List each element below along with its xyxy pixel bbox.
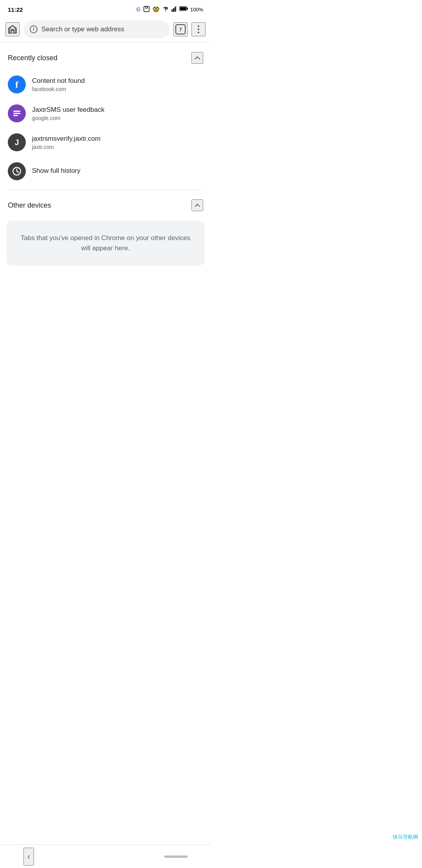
favicon-facebook: f: [8, 75, 26, 93]
other-devices-empty-text: Tabs that you've opened in Chrome on you…: [16, 233, 195, 253]
history-item-facebook[interactable]: f Content not found facebook.com: [0, 70, 211, 99]
svg-rect-0: [144, 6, 149, 12]
other-devices-collapse-button[interactable]: [191, 199, 203, 211]
box-icon: [143, 5, 150, 14]
google-status-icon: G: [136, 6, 141, 13]
item-text-show-history: Show full history: [32, 167, 203, 176]
recently-closed-collapse-button[interactable]: [191, 52, 203, 64]
svg-rect-5: [176, 5, 177, 12]
recently-closed-header: Recently closed: [0, 43, 211, 70]
item-url-jaxtr: jaxtr.com: [32, 144, 203, 150]
tab-count-button[interactable]: 7: [173, 22, 188, 36]
item-text-jaxtr-feedback: JaxtrSMS user feedback google.com: [32, 106, 203, 121]
favicon-clock: [8, 162, 26, 180]
wifi-icon: [162, 6, 169, 13]
item-text-facebook: Content not found facebook.com: [32, 77, 203, 92]
history-item-jaxtr[interactable]: J jaxtrsmsverify.jaxtr.com jaxtr.com: [0, 128, 211, 157]
recently-closed-list: f Content not found facebook.com JaxtrSM…: [0, 70, 211, 190]
favicon-jaxtr: J: [8, 133, 26, 151]
address-input[interactable]: i Search or type web address: [23, 20, 170, 38]
glasses-icon: 🥸: [152, 6, 160, 13]
item-url-jaxtr-feedback: google.com: [32, 115, 203, 121]
status-time: 11:22: [8, 6, 23, 13]
status-bar: 11:22 G 🥸: [0, 0, 211, 17]
home-button[interactable]: [5, 22, 20, 36]
other-devices-empty-card: Tabs that you've opened in Chrome on you…: [6, 221, 205, 265]
more-menu-button[interactable]: [191, 22, 206, 36]
svg-rect-4: [175, 7, 176, 12]
battery-icon: [179, 6, 188, 13]
address-bar-row: i Search or type web address 7: [0, 17, 211, 43]
item-title-facebook: Content not found: [32, 77, 203, 85]
status-icons: G 🥸: [136, 5, 203, 14]
other-devices-title: Other devices: [8, 201, 51, 210]
item-url-facebook: facebook.com: [32, 86, 203, 92]
svg-rect-11: [13, 115, 18, 116]
more-dots-icon: [198, 25, 199, 33]
svg-rect-8: [180, 7, 186, 10]
history-item-show-history[interactable]: Show full history: [0, 157, 211, 186]
svg-rect-7: [187, 7, 188, 9]
svg-rect-3: [173, 8, 174, 12]
favicon-jaxtr-feedback: [8, 104, 26, 122]
recently-closed-title: Recently closed: [8, 54, 57, 62]
signal-icon: [172, 5, 177, 13]
item-title-show-history: Show full history: [32, 167, 203, 175]
other-devices-header: Other devices: [0, 190, 211, 217]
svg-rect-9: [13, 111, 20, 112]
item-title-jaxtr-feedback: JaxtrSMS user feedback: [32, 106, 203, 114]
item-title-jaxtr: jaxtrsmsverify.jaxtr.com: [32, 135, 203, 143]
item-text-jaxtr: jaxtrsmsverify.jaxtr.com jaxtr.com: [32, 135, 203, 150]
history-item-jaxtr-feedback[interactable]: JaxtrSMS user feedback google.com: [0, 99, 211, 128]
svg-rect-10: [13, 113, 20, 114]
main-content: Recently closed f Content not found face…: [0, 43, 211, 265]
info-icon: i: [30, 25, 38, 33]
svg-rect-2: [172, 9, 173, 12]
tab-count-box: 7: [175, 24, 186, 34]
address-text: Search or type web address: [41, 25, 163, 33]
svg-point-1: [165, 11, 166, 11]
battery-percent: 100%: [190, 7, 203, 13]
